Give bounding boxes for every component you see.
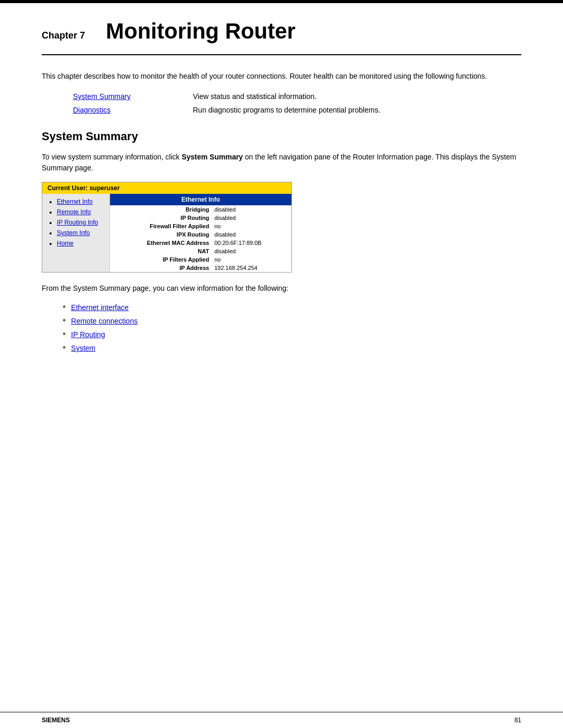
router-table-row: Ethernet MAC Address00:20:6F:17:89:0B <box>110 239 291 247</box>
router-row-value: 00:20:6F:17:89:0B <box>211 239 291 247</box>
router-row-label: IPX Routing <box>110 230 211 239</box>
router-row-value: disabled <box>211 230 291 239</box>
diagnostics-desc: Run diagnostic programs to determine pot… <box>193 106 381 114</box>
diagnostics-link[interactable]: Diagnostics <box>73 106 151 114</box>
router-row-value: no <box>211 255 291 264</box>
bullet-dot-1: • <box>63 302 66 312</box>
bullet-dot-4: • <box>63 343 66 352</box>
router-ui-screenshot: Current User: superuser Ethernet Info Re… <box>42 182 292 273</box>
nav-link-ethernet[interactable]: Ethernet Info <box>57 198 93 205</box>
bullet-item-system: • System <box>63 343 521 352</box>
header-area: Chapter 7 Monitoring Router <box>0 3 563 54</box>
nav-link-remote[interactable]: Remote Info <box>57 208 91 216</box>
main-content: This chapter describes how to monitor th… <box>0 55 563 398</box>
router-table-row: NATdisabled <box>110 247 291 255</box>
nav-link-system[interactable]: System Info <box>57 229 90 237</box>
router-nav: Ethernet Info Remote Info IP Routing Inf… <box>42 194 110 272</box>
page-container: Chapter 7 Monitoring Router This chapter… <box>0 0 563 728</box>
router-nav-list: Ethernet Info Remote Info IP Routing Inf… <box>48 198 103 247</box>
nav-item-system[interactable]: System Info <box>57 229 103 237</box>
router-ui-header: Current User: superuser <box>42 182 291 194</box>
router-row-value: disabled <box>211 247 291 255</box>
from-text: From the System Summary page, you can vi… <box>42 283 521 294</box>
function-row-2: Diagnostics Run diagnostic programs to d… <box>73 106 521 114</box>
nav-item-ip-routing[interactable]: IP Routing Info <box>57 219 103 226</box>
system-summary-desc: View status and statistical information. <box>193 92 316 101</box>
nav-link-ip-routing[interactable]: IP Routing Info <box>57 219 98 226</box>
router-ui-body: Ethernet Info Remote Info IP Routing Inf… <box>42 194 291 272</box>
chapter-title: Monitoring Router <box>106 19 296 44</box>
bullet-dot-2: • <box>63 316 66 325</box>
router-row-label: IP Filters Applied <box>110 255 211 264</box>
nav-item-home[interactable]: Home <box>57 240 103 247</box>
router-row-label: Firewall Filter Applied <box>110 222 211 230</box>
bullet-item-ethernet: • Ethernet interface <box>63 302 521 312</box>
footer: SIEMENS 81 <box>0 712 563 728</box>
chapter-label: Chapter 7 <box>42 30 85 41</box>
router-table-row: Bridgingdisabled <box>110 205 291 214</box>
router-row-value: disabled <box>211 205 291 214</box>
router-table-row: IP Address192.168.254.254 <box>110 264 291 272</box>
system-summary-heading: System Summary <box>42 130 521 143</box>
bullet-item-remote: • Remote connections <box>63 316 521 325</box>
router-content-panel-title: Ethernet Info <box>110 194 291 205</box>
footer-brand: SIEMENS <box>42 717 70 724</box>
bullet-list: • Ethernet interface • Remote connection… <box>63 302 521 352</box>
bullet-item-ip-routing: • IP Routing <box>63 329 521 339</box>
system-summary-intro: To view system summary information, clic… <box>42 152 521 174</box>
nav-item-remote[interactable]: Remote Info <box>57 208 103 216</box>
nav-item-ethernet[interactable]: Ethernet Info <box>57 198 103 205</box>
router-row-label: NAT <box>110 247 211 255</box>
router-row-label: IP Routing <box>110 214 211 222</box>
router-table-row: IP Routingdisabled <box>110 214 291 222</box>
intro-paragraph: This chapter describes how to monitor th… <box>42 71 521 82</box>
ip-routing-link[interactable]: IP Routing <box>71 330 105 339</box>
system-link[interactable]: System <box>71 344 95 352</box>
router-content: Ethernet Info BridgingdisabledIP Routing… <box>110 194 291 272</box>
nav-link-home[interactable]: Home <box>57 240 74 247</box>
router-row-value: disabled <box>211 214 291 222</box>
ethernet-interface-link[interactable]: Ethernet interface <box>71 303 129 312</box>
function-table: System Summary View status and statistic… <box>73 92 521 114</box>
router-table-row: Firewall Filter Appliedno <box>110 222 291 230</box>
bullet-dot-3: • <box>63 329 66 339</box>
remote-connections-link[interactable]: Remote connections <box>71 317 138 325</box>
router-row-label: IP Address <box>110 264 211 272</box>
router-table-row: IP Filters Appliedno <box>110 255 291 264</box>
router-row-label: Bridging <box>110 205 211 214</box>
router-row-label: Ethernet MAC Address <box>110 239 211 247</box>
router-row-value: 192.168.254.254 <box>211 264 291 272</box>
footer-page-number: 81 <box>515 717 521 724</box>
router-info-table: BridgingdisabledIP RoutingdisabledFirewa… <box>110 205 291 272</box>
router-table-row: IPX Routingdisabled <box>110 230 291 239</box>
function-row-1: System Summary View status and statistic… <box>73 92 521 101</box>
router-row-value: no <box>211 222 291 230</box>
system-summary-link[interactable]: System Summary <box>73 92 151 101</box>
